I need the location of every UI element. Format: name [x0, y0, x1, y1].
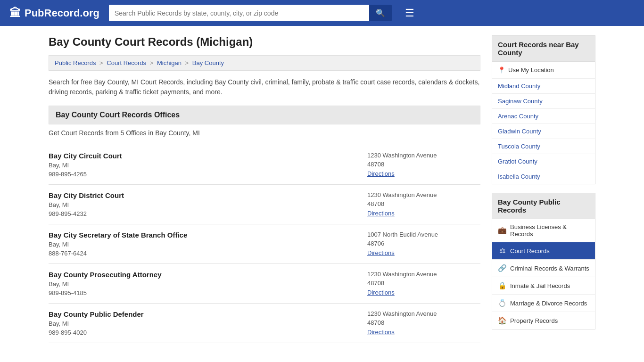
directions-link[interactable]: Directions — [367, 210, 395, 217]
office-right: 1230 Washington Avenue 48708 Directions — [367, 191, 480, 217]
directions-link[interactable]: Directions — [367, 249, 395, 256]
office-phone: 989-895-4185 — [49, 289, 367, 296]
logo-icon: 🏛 — [9, 7, 21, 20]
offices-section: Bay County Court Records Offices Get Cou… — [49, 106, 480, 343]
office-left: Bay City District Court Bay, MI 989-895-… — [49, 191, 367, 217]
sidebar-record-item[interactable]: 🔒 Inmate & Jail Records — [492, 277, 595, 295]
breadcrumb: Public Records > Court Records > Michiga… — [49, 55, 480, 71]
office-city: Bay, MI — [49, 162, 367, 169]
content-area: Bay County Court Records (Michigan) Publ… — [49, 35, 480, 343]
breadcrumb-public-records[interactable]: Public Records — [55, 59, 96, 66]
page-description: Search for free Bay County, MI Court Rec… — [49, 77, 480, 97]
record-label: Marriage & Divorce Records — [510, 300, 587, 307]
office-phone: 989-895-4020 — [49, 329, 367, 336]
header: 🏛 PubRecord.org 🔍 ☰ — [0, 0, 644, 26]
record-label: Court Records — [510, 247, 550, 255]
office-left: Bay County Prosecuting Attorney Bay, MI … — [49, 271, 367, 296]
sidebar-record-item[interactable]: 💍 Marriage & Divorce Records — [492, 295, 595, 312]
record-label: Property Records — [510, 317, 558, 324]
office-name: Bay County Public Defender — [49, 310, 367, 318]
logo-text: PubRecord.org — [25, 7, 99, 19]
office-right: 1230 Washington Avenue 48708 Directions — [367, 152, 480, 178]
sidebar: Court Records near Bay County 📍 Use My L… — [492, 35, 595, 343]
office-entry: Bay City Circuit Court Bay, MI 989-895-4… — [49, 145, 480, 185]
office-address: 1230 Washington Avenue — [367, 191, 480, 198]
record-icon: 🏠 — [498, 316, 506, 325]
nearby-county-link[interactable]: Midland County — [492, 79, 595, 94]
nearby-county-link[interactable]: Arenac County — [492, 109, 595, 124]
office-left: Bay County Public Defender Bay, MI 989-8… — [49, 310, 367, 336]
search-icon: 🔍 — [376, 9, 385, 17]
office-zip: 48708 — [367, 280, 480, 287]
office-name: Bay County Prosecuting Attorney — [49, 271, 367, 279]
office-phone: 888-767-6424 — [49, 250, 367, 257]
breadcrumb-bay-county[interactable]: Bay County — [192, 59, 224, 66]
office-address: 1230 Washington Avenue — [367, 310, 480, 317]
office-count: Get Court Records from 5 Offices in Bay … — [49, 129, 480, 137]
nearby-county-link[interactable]: Tuscola County — [492, 139, 595, 154]
records-items: 💼 Business Licenses & Records ⚖ Court Re… — [492, 219, 595, 329]
search-bar: 🔍 — [109, 5, 392, 21]
office-phone: 989-895-4232 — [49, 210, 367, 217]
nearby-counties: Midland CountySaginaw CountyArenac Count… — [492, 79, 595, 184]
office-address: 1230 Washington Avenue — [367, 152, 480, 159]
directions-link[interactable]: Directions — [367, 289, 395, 296]
record-label: Criminal Records & Warrants — [510, 265, 589, 272]
office-zip: 48706 — [367, 240, 480, 247]
directions-link[interactable]: Directions — [367, 170, 395, 177]
office-left: Bay City Secretary of State Branch Offic… — [49, 231, 367, 257]
nearby-list: 📍 Use My Location Midland CountySaginaw … — [492, 62, 595, 184]
public-records-section-title: Bay County Public Records — [492, 193, 595, 219]
directions-link[interactable]: Directions — [367, 329, 395, 336]
main-container: Bay County Court Records (Michigan) Publ… — [39, 26, 605, 353]
nearby-county-link[interactable]: Gratiot County — [492, 154, 595, 169]
office-city: Bay, MI — [49, 280, 367, 288]
sidebar-record-item[interactable]: 🔗 Criminal Records & Warrants — [492, 260, 595, 277]
record-label: Business Licenses & Records — [510, 223, 589, 238]
office-name: Bay City Secretary of State Branch Offic… — [49, 231, 367, 239]
sidebar-record-item[interactable]: 💼 Business Licenses & Records — [492, 219, 595, 242]
breadcrumb-michigan[interactable]: Michigan — [157, 59, 182, 66]
nearby-county-link[interactable]: Gladwin County — [492, 124, 595, 139]
office-entry: Bay City Secretary of State Branch Offic… — [49, 224, 480, 264]
office-city: Bay, MI — [49, 201, 367, 208]
office-right: 1230 Washington Avenue 48708 Directions — [367, 271, 480, 296]
office-address: 1230 Washington Avenue — [367, 271, 480, 278]
record-icon: 🔗 — [498, 264, 506, 272]
search-input[interactable] — [109, 5, 369, 21]
office-zip: 48708 — [367, 319, 480, 326]
sidebar-record-item[interactable]: ⚖ Court Records — [492, 242, 595, 260]
office-city: Bay, MI — [49, 320, 367, 327]
office-phone: 989-895-4265 — [49, 171, 367, 178]
nearby-county-link[interactable]: Isabella County — [492, 169, 595, 184]
record-icon: 💼 — [498, 226, 506, 235]
records-list: 💼 Business Licenses & Records ⚖ Court Re… — [492, 219, 595, 329]
office-zip: 48708 — [367, 200, 480, 207]
offices-list: Bay City Circuit Court Bay, MI 989-895-4… — [49, 145, 480, 343]
office-entry: Bay City District Court Bay, MI 989-895-… — [49, 185, 480, 224]
office-entry: Bay County Public Defender Bay, MI 989-8… — [49, 304, 480, 343]
logo[interactable]: 🏛 PubRecord.org — [9, 7, 99, 20]
office-zip: 48708 — [367, 161, 480, 168]
office-name: Bay City Circuit Court — [49, 152, 367, 160]
office-left: Bay City Circuit Court Bay, MI 989-895-4… — [49, 152, 367, 178]
office-name: Bay City District Court — [49, 191, 367, 199]
office-entry: Bay County Prosecuting Attorney Bay, MI … — [49, 264, 480, 304]
record-label: Inmate & Jail Records — [510, 282, 570, 289]
office-city: Bay, MI — [49, 241, 367, 248]
breadcrumb-court-records[interactable]: Court Records — [107, 59, 146, 66]
office-right: 1007 North Euclid Avenue 48706 Direction… — [367, 231, 480, 257]
nearby-county-link[interactable]: Saginaw County — [492, 94, 595, 109]
sidebar-record-item[interactable]: 🏠 Property Records — [492, 312, 595, 329]
search-button[interactable]: 🔍 — [369, 5, 392, 21]
page-title: Bay County Court Records (Michigan) — [49, 35, 480, 49]
office-right: 1230 Washington Avenue 48708 Directions — [367, 310, 480, 336]
menu-button[interactable]: ☰ — [405, 7, 414, 19]
use-location[interactable]: 📍 Use My Location — [492, 62, 595, 79]
record-icon: 🔒 — [498, 281, 506, 290]
location-icon: 📍 — [498, 66, 505, 74]
offices-section-heading: Bay County Court Records Offices — [49, 106, 480, 124]
use-location-label: Use My Location — [508, 66, 554, 74]
menu-icon: ☰ — [405, 7, 414, 19]
office-address: 1007 North Euclid Avenue — [367, 231, 480, 238]
